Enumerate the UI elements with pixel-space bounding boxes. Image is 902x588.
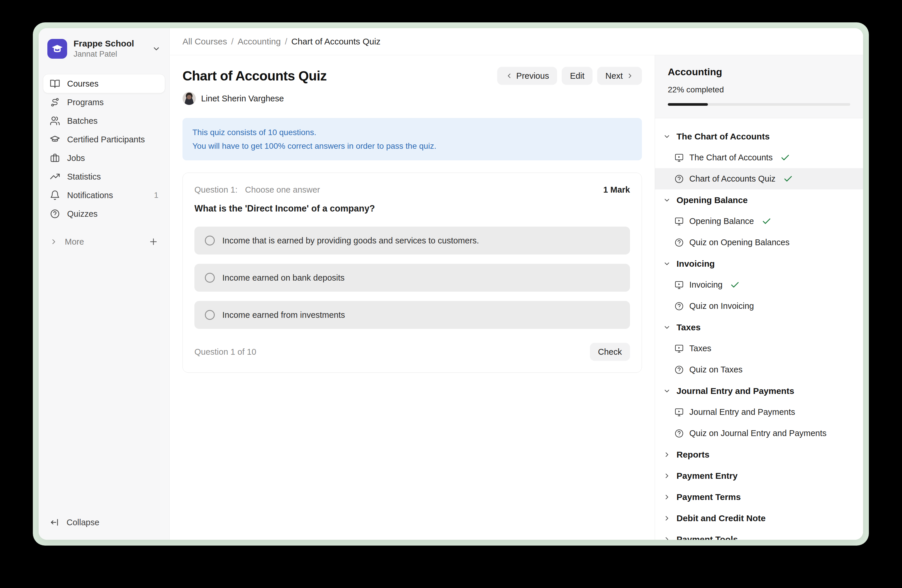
quiz-notice-line: This quiz consists of 10 questions.	[193, 125, 632, 139]
edit-button[interactable]: Edit	[562, 67, 592, 85]
chevron-right-icon	[663, 493, 671, 501]
outline-section-debit-and-credit-note[interactable]: Debit and Credit Note	[655, 508, 863, 529]
sidebar-item-courses[interactable]: Courses	[43, 74, 165, 93]
radio-button[interactable]	[205, 273, 215, 283]
sidebar-item-label: Notifications	[67, 191, 113, 200]
chevron-right-icon	[626, 72, 634, 80]
answer-option-3[interactable]: Income earned from investments	[194, 301, 630, 329]
quiz-icon	[674, 174, 684, 184]
answer-option-2[interactable]: Income earned on bank deposits	[194, 264, 630, 292]
outline-section-label: Debit and Credit Note	[676, 513, 766, 523]
chevron-down-icon	[663, 324, 671, 331]
outline-section-label: Reports	[676, 450, 709, 460]
quiz-nav-buttons: Previous Edit Next	[497, 67, 642, 85]
sidebar-item-label: Quizzes	[67, 209, 98, 219]
outline-item-chart-of-accounts-quiz[interactable]: Chart of Accounts Quiz	[655, 168, 863, 189]
outline-section-payment-tools[interactable]: Payment Tools	[655, 529, 863, 540]
radio-button[interactable]	[205, 310, 215, 320]
outline-item-label: Quiz on Invoicing	[689, 301, 754, 311]
sidebar-item-notifications[interactable]: Notifications1	[43, 186, 165, 205]
outline-section-reports[interactable]: Reports	[655, 444, 863, 465]
check-button[interactable]: Check	[590, 343, 630, 361]
outline-section-payment-terms[interactable]: Payment Terms	[655, 486, 863, 508]
outline-section-label: Journal Entry and Payments	[676, 386, 794, 396]
outline-item-quiz-on-taxes[interactable]: Quiz on Taxes	[655, 359, 863, 380]
outline-section-taxes[interactable]: Taxes	[655, 317, 863, 338]
quiz-icon	[674, 428, 684, 438]
breadcrumb-all-courses[interactable]: All Courses	[183, 37, 227, 47]
quiz-header: Chart of Accounts Quiz Previous Edit	[183, 67, 642, 85]
outline-item-label: Quiz on Journal Entry and Payments	[689, 428, 827, 438]
outline-section-label: The Chart of Accounts	[676, 131, 770, 141]
course-outline-panel: Accounting 22% completed The Chart of Ac…	[655, 55, 863, 540]
outline-section-invoicing[interactable]: Invoicing	[655, 253, 863, 274]
chevron-down-icon	[663, 260, 671, 267]
outline-section-payment-entry[interactable]: Payment Entry	[655, 465, 863, 486]
completed-check-icon	[780, 153, 790, 163]
outline-item-the-chart-of-accounts[interactable]: The Chart of Accounts	[655, 147, 863, 168]
outline-item-invoicing[interactable]: Invoicing	[655, 274, 863, 296]
completed-check-icon	[730, 280, 740, 290]
collapse-sidebar-button[interactable]: Collapse	[43, 513, 165, 532]
workspace-switcher[interactable]: Frappe School Jannat Patel	[43, 37, 165, 60]
outline-item-quiz-on-invoicing[interactable]: Quiz on Invoicing	[655, 296, 863, 317]
outline-item-label: Chart of Accounts Quiz	[689, 174, 775, 184]
lesson-icon	[674, 153, 684, 163]
outline-section-opening-balance[interactable]: Opening Balance	[655, 189, 863, 211]
outline-item-opening-balance[interactable]: Opening Balance	[655, 211, 863, 232]
quiz-card: Question 1: Choose one answer 1 Mark Wha…	[183, 172, 642, 373]
course-outline-header: Accounting 22% completed	[655, 55, 863, 118]
chevron-down-icon	[663, 196, 671, 204]
sidebar-item-programs[interactable]: Programs	[43, 93, 165, 111]
outline-section-label: Invoicing	[676, 259, 715, 269]
breadcrumb-accounting[interactable]: Accounting	[238, 37, 281, 47]
lesson-icon	[674, 344, 684, 353]
outline-section-the-chart-of-accounts[interactable]: The Chart of Accounts	[655, 126, 863, 147]
sidebar-item-batches[interactable]: Batches	[43, 111, 165, 130]
course-progress-text: 22% completed	[668, 85, 850, 94]
workspace-user: Jannat Patel	[74, 50, 134, 59]
plus-icon[interactable]	[149, 237, 158, 247]
previous-label: Previous	[517, 71, 549, 81]
outline-section-journal-entry-and-payments[interactable]: Journal Entry and Payments	[655, 380, 863, 402]
sidebar-item-certified-participants[interactable]: Certified Participants	[43, 130, 165, 149]
radio-button[interactable]	[205, 236, 215, 246]
next-button[interactable]: Next	[597, 67, 642, 85]
outline-item-taxes[interactable]: Taxes	[655, 338, 863, 359]
outline-section-label: Payment Entry	[676, 471, 738, 481]
author-avatar	[183, 92, 196, 105]
breadcrumb: All Courses / Accounting / Chart of Acco…	[170, 28, 863, 55]
lesson-icon	[674, 280, 684, 290]
outline-item-quiz-on-opening-balances[interactable]: Quiz on Opening Balances	[655, 232, 863, 253]
chevron-right-icon	[663, 514, 671, 522]
answer-option-1[interactable]: Income that is earned by providing goods…	[194, 227, 630, 255]
quiz-icon	[674, 301, 684, 311]
author-name: Linet Sherin Varghese	[201, 94, 284, 103]
sidebar-item-statistics[interactable]: Statistics	[43, 167, 165, 186]
sidebar-item-label: Jobs	[67, 153, 85, 163]
outline-item-journal-entry-and-payments[interactable]: Journal Entry and Payments	[655, 402, 863, 423]
question-type-label: Choose one answer	[245, 185, 320, 195]
sidebar-item-jobs[interactable]: Jobs	[43, 149, 165, 167]
outline-section-label: Payment Terms	[676, 492, 741, 502]
help-circle-icon	[50, 209, 60, 219]
previous-button[interactable]: Previous	[497, 67, 557, 85]
sidebar-more[interactable]: More	[43, 232, 165, 251]
collapse-label: Collapse	[67, 518, 99, 527]
notification-count-badge: 1	[154, 191, 158, 200]
answer-option-label: Income earned from investments	[222, 310, 345, 320]
outline-item-quiz-on-journal-entry-and-payments[interactable]: Quiz on Journal Entry and Payments	[655, 423, 863, 444]
outline-item-label: Invoicing	[689, 280, 722, 289]
author-row: Linet Sherin Varghese	[183, 92, 642, 105]
question-number-label: Question 1:	[194, 185, 237, 195]
question-meta: Question 1: Choose one answer 1 Mark	[194, 185, 630, 195]
briefcase-icon	[50, 153, 60, 163]
users-icon	[50, 116, 60, 126]
chevron-right-icon	[663, 472, 671, 480]
sidebar-item-quizzes[interactable]: Quizzes	[43, 205, 165, 223]
chevron-left-icon	[505, 72, 513, 80]
outline-item-label: Journal Entry and Payments	[689, 407, 795, 417]
page-title: Chart of Accounts Quiz	[183, 68, 327, 84]
main-area: All Courses / Accounting / Chart of Acco…	[170, 28, 863, 540]
outline-item-label: Quiz on Taxes	[689, 365, 742, 374]
